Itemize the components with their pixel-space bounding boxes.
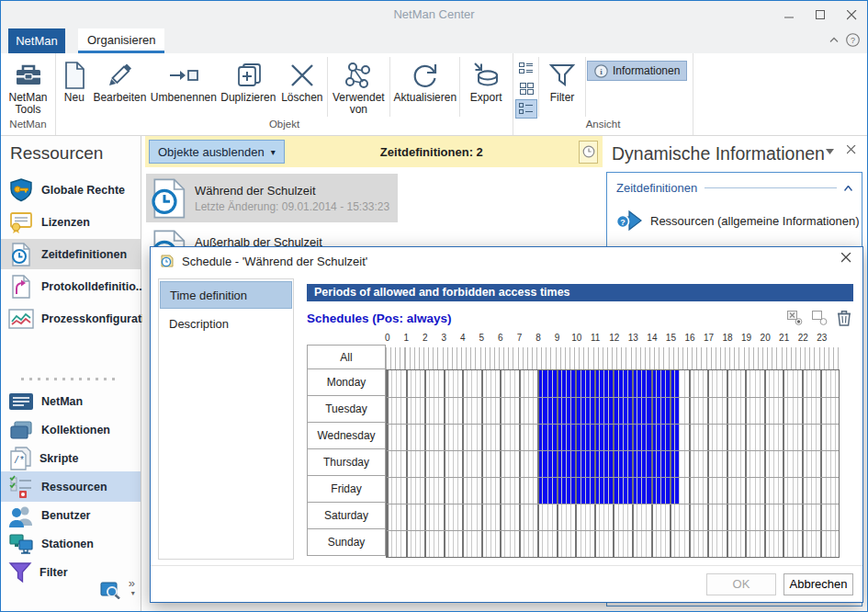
day-label-thursday: Thursday [307, 448, 386, 476]
day-label-saturday: Saturday [307, 502, 386, 529]
duplizieren-button[interactable]: Duplizieren [219, 55, 278, 119]
sidebar-item-label: Ressourcen [41, 481, 107, 493]
day-label-all: All [307, 345, 386, 369]
schedule-row-thursday[interactable] [387, 450, 839, 477]
search-screen-icon[interactable] [100, 581, 120, 599]
object-subtitle: Letzte Änderung: 09.01.2014 - 15:33:23 [195, 200, 389, 213]
ribbon-group-netman: NetMan Tools NetMan [1, 53, 56, 135]
allowed-time-block[interactable] [537, 398, 679, 424]
duplicate-icon [233, 59, 263, 92]
svg-text:/*: /* [14, 456, 25, 466]
view-tiles-button[interactable] [515, 79, 537, 98]
sidebar-item-lizenzen[interactable]: Lizenzen [1, 207, 141, 237]
doc-clock-icon [150, 178, 186, 219]
trash-icon[interactable] [837, 310, 851, 326]
sidebar: Ressourcen Globale RechteLizenzenZeitdef… [1, 136, 141, 611]
doc-clock-icon [8, 242, 34, 267]
sidebar-item-label: Stationen [41, 538, 94, 550]
dialog-title: Schedule - 'Während der Schulzeit' [182, 255, 367, 268]
schedule-row-friday[interactable] [387, 477, 839, 504]
sidebar-item-protokolldefinitio-[interactable]: Protokolldefinitio... [1, 271, 141, 301]
sidebar-title: Ressourcen [10, 143, 103, 164]
hide-objects-button[interactable]: Objekte ausblenden ▾ [149, 140, 285, 164]
hour-label: 10 [571, 333, 581, 343]
netman-tools-button[interactable]: NetMan Tools [3, 55, 53, 119]
hour-label: 11 [591, 333, 600, 343]
panel-close-icon[interactable] [847, 145, 856, 154]
dialog-close-icon[interactable] [841, 253, 851, 263]
forbidden-mode-icon[interactable] [787, 311, 803, 325]
sidebar-item-label: NetMan [41, 395, 83, 408]
allowed-time-block[interactable] [537, 370, 679, 397]
neu-button[interactable]: Neu [58, 55, 91, 119]
used-by-icon [344, 59, 373, 92]
stations-icon [8, 532, 34, 556]
refresh-icon [411, 59, 440, 92]
expand-chevrons-icon[interactable]: »▾ [129, 576, 135, 604]
allowed-time-block[interactable] [537, 478, 679, 504]
sidebar-item-ressourcen[interactable]: Ressourcen [1, 471, 141, 502]
verwendet-von-button[interactable]: Verwendet von [329, 55, 389, 119]
sidebar-item-prozesskonfigurati-[interactable]: Prozesskonfigurati... [1, 303, 141, 334]
schedule-row-tuesday[interactable] [387, 397, 839, 424]
info-link-ressourcen[interactable]: ? Ressourcen (allgemeine Informationen) [614, 210, 862, 232]
sidebar-item-stationen[interactable]: Stationen [1, 528, 141, 559]
allowed-time-block[interactable] [537, 451, 679, 477]
tab-netman[interactable]: NetMan [8, 28, 65, 53]
schedule-row-sunday[interactable] [387, 530, 839, 557]
maximize-button[interactable] [805, 1, 836, 28]
schedule-row-saturday[interactable] [387, 504, 839, 530]
view-list-button[interactable] [515, 99, 537, 119]
export-button[interactable]: Export [461, 55, 511, 119]
day-label-tuesday: Tuesday [307, 395, 386, 423]
view-details-icon [519, 62, 534, 74]
informationen-toggle[interactable]: i Informationen [587, 61, 687, 81]
dialog-nav-description[interactable]: Description [160, 310, 292, 337]
sidebar-item-netman[interactable]: NetMan [1, 386, 141, 416]
hour-label: 15 [666, 333, 676, 343]
sidebar-item-zeitdefinitionen[interactable]: Zeitdefinitionen [1, 239, 141, 269]
all-row-ticks[interactable] [386, 347, 840, 369]
toolbox-icon [13, 59, 44, 92]
collapse-section-icon[interactable] [844, 186, 852, 191]
sidebar-item-label: Lizenzen [41, 216, 90, 229]
schedule-row-monday[interactable] [387, 370, 839, 397]
object-title: Während der Schulzeit [195, 184, 389, 198]
minimize-button[interactable] [773, 1, 805, 28]
bearbeiten-button[interactable]: Bearbeiten [91, 55, 149, 119]
object-tile[interactable]: Während der SchulzeitLetzte Änderung: 09… [146, 174, 398, 222]
allowed-time-block[interactable] [537, 425, 679, 450]
sidebar-item-benutzer[interactable]: Benutzer [1, 500, 141, 530]
schedule-row-wednesday[interactable] [387, 424, 839, 450]
allowed-mode-icon[interactable] [812, 311, 828, 325]
view-list-icon [519, 103, 534, 115]
ribbon: NetMan Tools NetMan Neu Bearbeiten Umben… [1, 53, 867, 136]
schedule-grid[interactable]: 01234567891011121314151617181920212223 A… [307, 333, 853, 558]
cancel-button[interactable]: Abbrechen [783, 573, 853, 595]
sidebar-item-skripte[interactable]: /*Skripte [1, 443, 141, 473]
ok-button[interactable]: OK [706, 573, 776, 595]
clock-badge-icon[interactable] [579, 141, 598, 164]
filter-button[interactable]: Filter [540, 55, 584, 119]
collapse-ribbon-icon[interactable] [829, 37, 839, 43]
hour-labels: 01234567891011121314151617181920212223 [387, 333, 840, 345]
dialog-nav-time-definition[interactable]: Time definition [160, 281, 292, 309]
view-details-button[interactable] [515, 59, 537, 78]
close-button[interactable] [836, 1, 867, 28]
users-icon [8, 504, 34, 527]
hour-label: 21 [779, 333, 789, 343]
hour-label: 14 [647, 333, 657, 343]
loeschen-button[interactable]: Löschen [278, 55, 326, 119]
info-panel-title: Dynamische Informationen [612, 143, 825, 164]
umbenennen-button[interactable]: Umbenennen [149, 55, 218, 119]
sidebar-item-kollektionen[interactable]: Kollektionen [1, 414, 141, 445]
help-icon[interactable]: ? [846, 33, 860, 47]
ribbon-group-objekt: Neu Bearbeiten Umbenennen Duplizieren Lö… [56, 53, 513, 135]
aktualisieren-button[interactable]: Aktualisieren [391, 55, 458, 119]
folders-icon [8, 419, 34, 441]
tab-organisieren[interactable]: Organisieren [78, 28, 164, 53]
sidebar-item-globale-rechte[interactable]: Globale Rechte [1, 175, 141, 205]
panel-menu-icon[interactable] [826, 149, 834, 154]
group-label-objekt: Objekt [56, 119, 513, 135]
app-window: NetMan Center NetMan Organisieren ? NetM… [0, 0, 868, 612]
